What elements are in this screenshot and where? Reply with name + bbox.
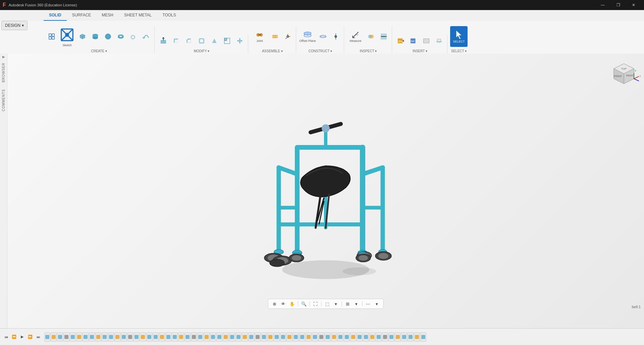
timeline-item[interactable] [172,332,178,342]
insert-svg-button[interactable]: SVG [395,35,407,47]
orbit-icon[interactable]: ⊕ [271,300,278,307]
fillet-button[interactable] [170,35,182,47]
timeline-item[interactable] [382,332,388,342]
timeline-item[interactable] [108,332,114,342]
timeline-item[interactable] [318,332,324,342]
interference-button[interactable] [365,30,377,43]
timeline-item[interactable] [165,332,171,342]
timeline-item[interactable] [286,332,292,342]
timeline-item[interactable] [299,332,305,342]
box-button[interactable] [76,30,89,43]
timeline-item[interactable] [83,332,89,342]
insert-dxf-button[interactable]: DXF [408,35,420,47]
draft-button[interactable] [208,35,220,47]
tab-surface[interactable]: SURFACE [67,10,97,21]
browser-tab[interactable]: BROWSER [1,60,6,85]
timeline-item[interactable] [235,332,241,342]
timeline-next-button[interactable]: ⏩ [27,334,34,340]
coil-button[interactable] [127,30,140,43]
select-button[interactable]: SELECT [450,26,468,47]
press-pull-button[interactable] [157,35,169,47]
timeline-item[interactable] [267,332,273,342]
midplane-button[interactable] [317,30,329,43]
new-component-button[interactable] [46,30,58,43]
timeline-item[interactable] [70,332,76,342]
timeline-item[interactable] [114,332,120,342]
offset-plane-button[interactable]: Offset Plane [299,26,316,47]
timeline-item[interactable] [350,332,356,342]
timeline-item[interactable] [261,332,267,342]
timeline-item[interactable] [102,332,108,342]
timeline-item[interactable] [216,332,222,342]
timeline-item[interactable] [178,332,184,342]
timeline-item[interactable] [388,332,394,342]
timeline-item[interactable] [255,332,261,342]
display-mode-icon[interactable]: ⬚ [324,300,331,307]
timeline-item[interactable] [331,332,337,342]
timeline-item[interactable] [414,332,420,342]
timeline-item[interactable] [146,332,152,342]
scale-button[interactable] [221,35,233,47]
timeline-item[interactable] [293,332,299,342]
timeline-play-button[interactable]: ▶ [19,334,25,340]
comments-tab[interactable]: COMMENTS [1,86,6,114]
zoom-icon[interactable]: 🔍 [300,300,308,307]
timeline-item[interactable] [133,332,140,342]
tab-tools[interactable]: TOOLS [157,10,181,21]
timeline-prev-button[interactable]: ⏪ [11,334,17,340]
close-button[interactable]: ✕ [626,0,641,10]
timeline-item[interactable] [369,332,375,342]
timeline-item[interactable] [395,332,401,342]
timeline-item[interactable] [306,332,312,342]
decal-button[interactable] [433,35,445,47]
timeline-item[interactable] [204,332,210,342]
timeline-item[interactable] [89,332,95,342]
pan-icon[interactable]: ✋ [288,300,296,307]
grid-chevron[interactable]: ▾ [353,300,360,307]
more-chevron[interactable]: ▾ [373,300,381,307]
timeline-start-button[interactable]: ⏮ [3,334,9,340]
timeline-item[interactable] [223,332,229,342]
timeline-item[interactable] [344,332,350,342]
joint-origin-button[interactable] [282,30,294,43]
timeline-item[interactable] [51,332,57,342]
torus-button[interactable] [115,30,127,43]
timeline-item[interactable] [184,332,191,342]
timeline-item[interactable] [63,332,69,342]
design-button[interactable]: DESIGN ▾ [1,21,28,30]
sphere-button[interactable] [102,30,114,43]
restore-button[interactable]: ❐ [610,0,626,10]
timeline-item[interactable] [363,332,369,342]
timeline-item[interactable] [153,332,159,342]
cylinder-button[interactable] [89,30,101,43]
more-icon[interactable]: ⋯ [365,300,372,307]
fit-icon[interactable]: ⛶ [312,300,319,307]
timeline-item[interactable] [140,332,146,342]
timeline-item[interactable] [127,332,133,342]
timeline-item[interactable] [159,332,165,342]
display-chevron[interactable]: ▾ [332,300,340,307]
timeline-item[interactable] [280,332,286,342]
move-button[interactable] [234,35,246,47]
create-sketch-button[interactable]: Sketch [58,26,76,47]
timeline-item[interactable] [401,332,407,342]
timeline-item[interactable] [57,332,63,342]
timeline-item[interactable] [337,332,343,342]
timeline-item[interactable] [357,332,363,342]
rigid-group-button[interactable] [269,30,281,43]
timeline-item[interactable] [325,332,331,342]
timeline-item[interactable] [242,332,248,342]
look-icon[interactable]: 👁 [280,300,287,307]
pipe-button[interactable] [140,30,152,43]
timeline-item[interactable] [420,332,426,342]
shell-button[interactable] [196,35,208,47]
tab-mesh[interactable]: MESH [96,10,119,21]
timeline-item[interactable] [44,332,50,342]
viewcube[interactable]: TOP FRONT RIGHT X Y [607,57,641,90]
section-button[interactable] [378,30,390,43]
joint-button[interactable]: Joint [251,26,268,47]
sidebar-toggle[interactable]: ▶ [2,55,5,59]
timeline-item[interactable] [95,332,101,342]
timeline-item[interactable] [376,332,382,342]
timeline-item[interactable] [210,332,216,342]
